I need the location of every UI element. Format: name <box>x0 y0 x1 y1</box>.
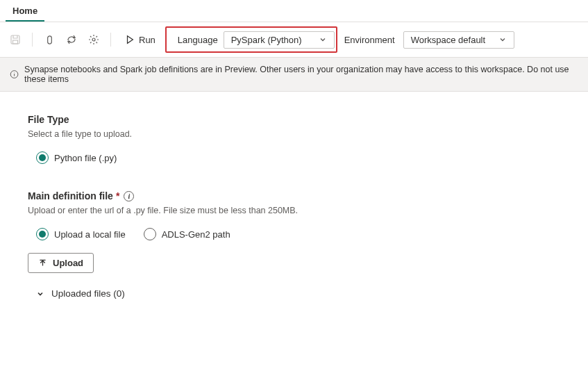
environment-dropdown[interactable]: Workspace default <box>403 31 514 49</box>
environment-label: Environment <box>340 35 401 45</box>
radio-python-file[interactable]: Python file (.py) <box>36 151 117 164</box>
play-icon <box>125 35 135 44</box>
svg-rect-0 <box>11 35 19 44</box>
svg-rect-1 <box>13 40 18 44</box>
file-type-section: File Type Select a file type to upload. … <box>28 114 560 164</box>
info-icon <box>10 69 19 79</box>
main-definition-section: Main definition file * i Upload or enter… <box>28 190 560 299</box>
file-type-title: File Type <box>28 114 560 125</box>
tab-row: Home <box>0 0 588 22</box>
upload-icon <box>38 258 47 267</box>
radio-icon <box>36 151 49 164</box>
main-definition-desc: Upload or enter the url of a .py file. F… <box>28 206 560 215</box>
file-type-options: Python file (.py) <box>28 151 560 164</box>
info-icon[interactable]: i <box>124 191 134 201</box>
preview-banner: Synapse notebooks and Spark job definiti… <box>0 58 588 92</box>
save-icon <box>6 30 25 49</box>
main-content: File Type Select a file type to upload. … <box>0 92 588 347</box>
radio-upload-local[interactable]: Upload a local file <box>36 228 126 240</box>
required-asterisk: * <box>116 190 119 201</box>
upload-button[interactable]: Upload <box>28 253 94 273</box>
run-button-label: Run <box>139 35 156 45</box>
tab-home[interactable]: Home <box>6 0 44 22</box>
file-type-desc: Select a file type to upload. <box>28 129 560 139</box>
chevron-down-icon <box>498 35 507 44</box>
language-highlight: Language PySpark (Python) <box>165 26 337 53</box>
language-dropdown[interactable]: PySpark (Python) <box>224 31 335 49</box>
main-definition-title-text: Main definition file <box>28 190 113 201</box>
svg-point-3 <box>92 38 95 41</box>
radio-label: Python file (.py) <box>54 153 117 163</box>
radio-label: Upload a local file <box>54 229 126 240</box>
chevron-down-icon <box>319 35 327 44</box>
chevron-down-icon <box>36 290 44 298</box>
upload-button-label: Upload <box>53 258 83 268</box>
main-definition-options: Upload a local file ADLS-Gen2 path <box>28 228 560 240</box>
uploaded-files-label: Uploaded files (0) <box>51 288 125 299</box>
radio-label: ADLS-Gen2 path <box>162 229 230 240</box>
stop-icon[interactable] <box>40 30 59 49</box>
banner-text: Synapse notebooks and Spark job definiti… <box>24 65 578 84</box>
radio-adls-path[interactable]: ADLS-Gen2 path <box>144 228 230 240</box>
toolbar-separator <box>32 33 33 47</box>
language-dropdown-value: PySpark (Python) <box>231 35 302 45</box>
radio-icon <box>144 228 156 240</box>
uploaded-files-expander[interactable]: Uploaded files (0) <box>28 288 560 299</box>
environment-dropdown-value: Workspace default <box>411 35 485 45</box>
main-definition-title: Main definition file * i <box>28 190 560 201</box>
toolbar-separator <box>110 33 111 47</box>
run-button[interactable]: Run <box>118 32 162 48</box>
refresh-icon[interactable] <box>62 30 81 49</box>
toolbar: Run Language PySpark (Python) Environmen… <box>0 22 588 58</box>
svg-rect-2 <box>47 35 51 43</box>
radio-icon <box>36 228 49 240</box>
language-label: Language <box>168 35 224 45</box>
settings-gear-icon[interactable] <box>84 30 103 49</box>
